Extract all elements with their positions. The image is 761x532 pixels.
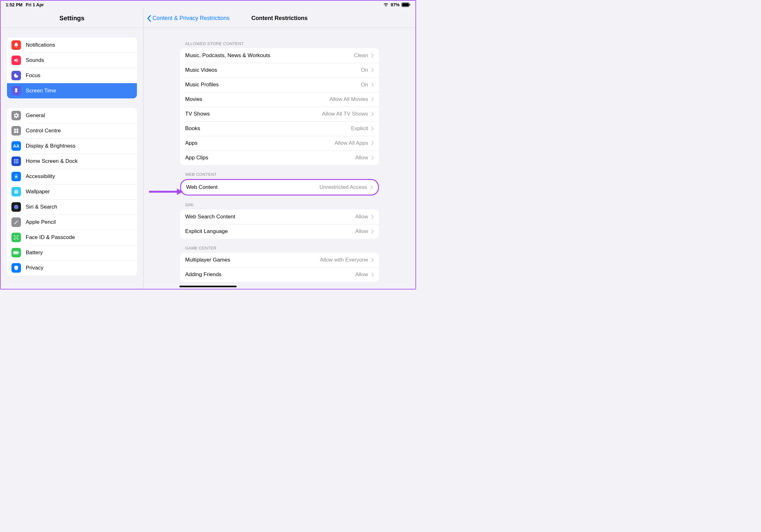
settings-row[interactable]: AppsAllow All Apps bbox=[180, 136, 379, 150]
section-header: WEB CONTENT bbox=[180, 165, 379, 179]
row-group: Web Search ContentAllowExplicit Language… bbox=[180, 209, 379, 239]
status-bar: 1:52 PM Fri 1 Apr 97% bbox=[1, 1, 415, 9]
row-label: Movies bbox=[185, 96, 329, 103]
settings-row[interactable]: App ClipsAllow bbox=[180, 150, 379, 165]
section-header: GAME CENTER bbox=[180, 239, 379, 253]
svg-point-21 bbox=[14, 205, 19, 209]
row-value: Allow All Apps bbox=[334, 140, 368, 146]
sidebar-group-1: NotificationsSoundsFocusScreen Time bbox=[7, 37, 137, 98]
sidebar-item-display[interactable]: AADisplay & Brightness bbox=[7, 138, 137, 154]
chevron-right-icon bbox=[371, 68, 374, 72]
row-value: Unrestricted Access bbox=[320, 184, 367, 190]
chevron-left-icon bbox=[147, 15, 151, 22]
sidebar-item-faceid[interactable]: Face ID & Passcode bbox=[7, 230, 137, 245]
row-label: Music Profiles bbox=[185, 81, 361, 88]
sidebar-item-wallpaper[interactable]: Wallpaper bbox=[7, 184, 137, 199]
chevron-right-icon bbox=[371, 229, 374, 234]
settings-row[interactable]: Music ProfilesOn bbox=[180, 78, 379, 92]
sidebar-item-privacy[interactable]: Privacy bbox=[7, 260, 137, 276]
sidebar-group-2: GeneralControl CentreAADisplay & Brightn… bbox=[7, 108, 137, 276]
pane-header: Content & Privacy Restrictions Content R… bbox=[144, 9, 415, 28]
sidebar-item-battery[interactable]: Battery bbox=[7, 245, 137, 260]
svg-point-14 bbox=[16, 162, 17, 163]
chevron-right-icon bbox=[371, 82, 374, 87]
row-group: Music, Podcasts, News & WorkoutsCleanMus… bbox=[180, 48, 379, 165]
chevron-right-icon bbox=[371, 126, 374, 131]
chevron-right-icon bbox=[371, 53, 374, 58]
row-value: On bbox=[361, 81, 368, 88]
sidebar-item-label: Focus bbox=[26, 72, 40, 79]
settings-row[interactable]: Music VideosOn bbox=[180, 63, 379, 78]
homescreen-icon bbox=[11, 156, 21, 166]
svg-point-13 bbox=[14, 162, 15, 163]
sidebar-item-siri[interactable]: Siri & Search bbox=[7, 199, 137, 215]
svg-point-22 bbox=[15, 237, 16, 237]
wallpaper-icon bbox=[11, 187, 21, 196]
wifi-icon bbox=[383, 3, 389, 7]
sidebar-item-label: Battery bbox=[26, 249, 43, 256]
settings-row[interactable]: BooksExplicit bbox=[180, 121, 379, 136]
sidebar-item-general[interactable]: General bbox=[7, 108, 137, 123]
row-label: Adding Friends bbox=[185, 271, 355, 278]
sidebar-item-accessibility[interactable]: Accessibility bbox=[7, 169, 137, 184]
settings-row[interactable]: Music, Podcasts, News & WorkoutsClean bbox=[180, 48, 379, 63]
row-label: Music, Podcasts, News & Workouts bbox=[185, 52, 354, 59]
settings-row[interactable]: Web ContentUnrestricted Access bbox=[181, 180, 378, 194]
settings-sidebar: Settings NotificationsSoundsFocusScreen … bbox=[1, 9, 144, 289]
row-value: Allow All TV Shows bbox=[322, 111, 368, 117]
svg-point-18 bbox=[14, 190, 18, 194]
device-frame: 1:52 PM Fri 1 Apr 97% Settings Notificat… bbox=[0, 0, 416, 290]
focus-icon bbox=[11, 71, 21, 80]
row-label: TV Shows bbox=[185, 111, 322, 117]
back-label: Content & Privacy Restrictions bbox=[152, 15, 230, 22]
sidebar-item-sounds[interactable]: Sounds bbox=[7, 53, 137, 68]
sidebar-item-label: Home Screen & Dock bbox=[26, 158, 78, 164]
sidebar-item-controlcentre[interactable]: Control Centre bbox=[7, 123, 137, 138]
row-value: Explicit bbox=[351, 126, 368, 132]
chevron-right-icon bbox=[370, 185, 373, 189]
sidebar-item-focus[interactable]: Focus bbox=[7, 68, 137, 83]
svg-point-11 bbox=[16, 161, 17, 162]
settings-row[interactable]: TV ShowsAllow All TV Shows bbox=[180, 107, 379, 121]
row-value: Allow bbox=[355, 214, 368, 220]
battery-icon bbox=[11, 248, 21, 257]
row-value: On bbox=[361, 67, 368, 73]
notifications-icon bbox=[11, 40, 21, 50]
row-value: Allow bbox=[355, 228, 368, 235]
sidebar-item-pencil[interactable]: Apple Pencil bbox=[7, 215, 137, 230]
status-date: Fri 1 Apr bbox=[26, 2, 44, 7]
settings-row[interactable]: Explicit LanguageAllow bbox=[180, 224, 379, 239]
svg-rect-4 bbox=[17, 129, 19, 131]
chevron-right-icon bbox=[371, 156, 374, 160]
svg-point-15 bbox=[17, 162, 18, 163]
sidebar-item-label: Screen Time bbox=[26, 87, 56, 94]
chevron-right-icon bbox=[371, 258, 374, 262]
row-value: Allow All Movies bbox=[329, 96, 368, 103]
settings-row[interactable]: MoviesAllow All Movies bbox=[180, 92, 379, 107]
sidebar-item-label: Accessibility bbox=[26, 173, 55, 180]
svg-point-23 bbox=[17, 237, 17, 237]
sidebar-item-label: General bbox=[26, 112, 45, 119]
row-label: Explicit Language bbox=[185, 228, 355, 235]
status-time: 1:52 PM bbox=[6, 2, 23, 7]
svg-point-16 bbox=[16, 174, 17, 175]
screentime-icon bbox=[11, 86, 21, 95]
chevron-right-icon bbox=[371, 272, 374, 277]
svg-point-19 bbox=[14, 191, 18, 193]
sidebar-item-notifications[interactable]: Notifications bbox=[7, 37, 137, 53]
svg-rect-26 bbox=[19, 252, 19, 253]
sidebar-item-label: Display & Brightness bbox=[26, 143, 76, 149]
back-button[interactable]: Content & Privacy Restrictions bbox=[147, 15, 230, 22]
settings-row[interactable]: Multiplayer GamesAllow with Everyone bbox=[180, 253, 379, 267]
settings-row[interactable]: Adding FriendsAllow bbox=[180, 267, 379, 282]
sidebar-item-screentime[interactable]: Screen Time bbox=[7, 83, 137, 98]
row-label: Books bbox=[185, 126, 351, 132]
section-header: ALLOWED STORE CONTENT bbox=[180, 34, 379, 48]
sidebar-item-label: Face ID & Passcode bbox=[26, 234, 75, 240]
row-label: App Clips bbox=[185, 155, 355, 161]
settings-row[interactable]: Web Search ContentAllow bbox=[180, 209, 379, 224]
svg-point-9 bbox=[17, 159, 18, 160]
sidebar-item-homescreen[interactable]: Home Screen & Dock bbox=[7, 154, 137, 169]
sidebar-item-label: Sounds bbox=[26, 57, 44, 64]
row-label: Apps bbox=[185, 140, 334, 146]
